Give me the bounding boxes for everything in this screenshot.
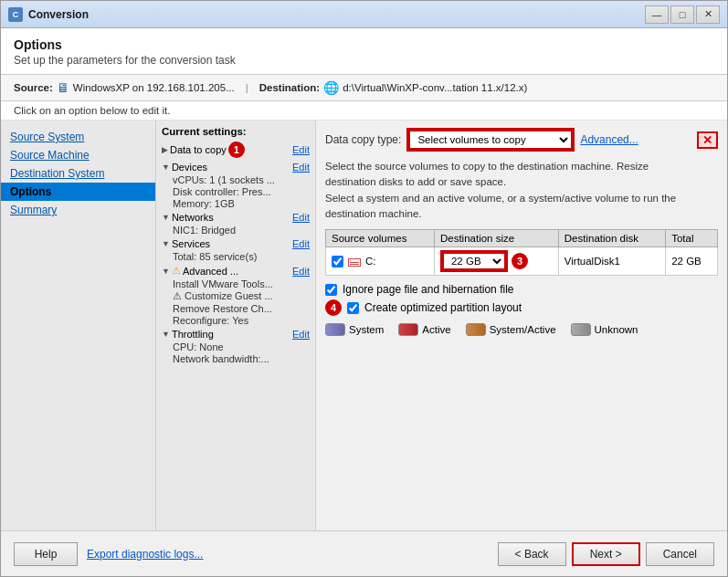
header-section: Options Set up the parameters for the co… bbox=[1, 28, 727, 75]
networks-arrow: ▼ bbox=[162, 213, 170, 222]
back-button[interactable]: < Back bbox=[498, 542, 566, 566]
cs-devices-header: ▼ Devices Edit bbox=[160, 161, 311, 173]
sidebar-item-destination-system[interactable]: Destination System bbox=[1, 164, 155, 183]
window-controls: — □ ✕ bbox=[645, 5, 720, 24]
current-settings-panel: Current settings: ▶ Data to copy 1 Edit bbox=[156, 121, 316, 530]
table-row: 🖴 C: 22 GB bbox=[326, 247, 718, 276]
main-content: Source System Source Machine Destination… bbox=[1, 121, 727, 530]
networks-edit-link[interactable]: Edit bbox=[292, 212, 310, 223]
advanced-reconfig: Reconfigure: Yes bbox=[173, 315, 311, 326]
advanced-customize: ⚠ Customize Guest ... bbox=[173, 290, 311, 302]
current-settings-title: Current settings: bbox=[160, 126, 311, 137]
footer-left: Help Export diagnostic logs... bbox=[14, 542, 498, 566]
col-dest-size: Destination size bbox=[434, 230, 558, 247]
advanced-warning-icon: ⚠ bbox=[172, 265, 181, 277]
legend-sysactive-icon bbox=[466, 323, 486, 336]
cs-throttling-header: ▼ Throttling Edit bbox=[160, 328, 311, 341]
footer: Help Export diagnostic logs... < Back Ne… bbox=[1, 530, 727, 576]
throttling-cpu: CPU: None bbox=[173, 341, 311, 352]
ignore-page-file-row: Ignore page file and hibernation file bbox=[325, 283, 718, 296]
footer-right: < Back Next > Cancel bbox=[498, 542, 714, 566]
create-partition-row: 4 Create optimized partition layout bbox=[325, 299, 718, 316]
dest-label: Destination: bbox=[259, 82, 320, 93]
devices-edit-link[interactable]: Edit bbox=[292, 162, 310, 173]
devices-arrow: ▼ bbox=[162, 163, 170, 172]
devices-vcpu: vCPUs: 1 (1 sockets ... bbox=[173, 174, 311, 185]
advanced-link[interactable]: Advanced... bbox=[580, 133, 638, 146]
sidebar-item-options[interactable]: Options bbox=[1, 183, 155, 201]
dest-size-number: 3 bbox=[512, 253, 528, 269]
maximize-button[interactable]: □ bbox=[670, 5, 694, 24]
cs-section-networks: ▼ Networks Edit NIC1: Bridged bbox=[160, 211, 311, 236]
data-copy-panel: Data copy type: Select volumes to copy A… bbox=[316, 121, 727, 530]
ignore-page-file-checkbox[interactable] bbox=[325, 284, 337, 296]
networks-body: NIC1: Bridged bbox=[160, 225, 311, 236]
dest-icon: 🌐 bbox=[323, 80, 339, 95]
cs-section-advanced: ▼ ⚠ Advanced ... Edit Install VMware Too… bbox=[160, 264, 311, 326]
sidebar-item-source-machine[interactable]: Source Machine bbox=[1, 146, 155, 164]
advanced-vmware: Install VMware Tools... bbox=[173, 278, 311, 289]
cancel-button[interactable]: Cancel bbox=[646, 542, 714, 566]
sidebar-item-source-system[interactable]: Source System bbox=[1, 128, 155, 146]
data-copy-edit-link[interactable]: Edit bbox=[292, 144, 310, 155]
legend-system: System bbox=[325, 323, 384, 336]
data-copy-label: Data to copy bbox=[170, 144, 227, 155]
sidebar-item-summary[interactable]: Summary bbox=[1, 201, 155, 219]
services-label: Services bbox=[172, 238, 210, 249]
app-icon: C bbox=[8, 7, 23, 22]
data-copy-type-label: Data copy type: bbox=[325, 133, 401, 146]
source-icon: 🖥 bbox=[57, 80, 69, 95]
advanced-edit-link[interactable]: Edit bbox=[292, 266, 310, 277]
cs-section-services: ▼ Services Edit Total: 85 service(s) bbox=[160, 237, 311, 262]
networks-nic1: NIC1: Bridged bbox=[173, 225, 311, 236]
cs-advanced-header: ▼ ⚠ Advanced ... Edit bbox=[160, 264, 311, 278]
ignore-page-file-label: Ignore page file and hibernation file bbox=[343, 283, 513, 296]
throttling-body: CPU: None Network bandwidth:... bbox=[160, 341, 311, 364]
devices-memory: Memory: 1GB bbox=[173, 198, 311, 209]
cs-services-header: ▼ Services Edit bbox=[160, 237, 311, 250]
advanced-body: Install VMware Tools... ⚠ Customize Gues… bbox=[160, 278, 311, 326]
help-button[interactable]: Help bbox=[14, 542, 78, 566]
close-button[interactable]: ✕ bbox=[696, 5, 720, 24]
vol-checkbox[interactable] bbox=[332, 256, 343, 268]
throttling-label: Throttling bbox=[172, 329, 214, 340]
source-label: Source: bbox=[14, 82, 53, 93]
throttling-edit-link[interactable]: Edit bbox=[292, 329, 310, 340]
page-title: Options bbox=[14, 37, 714, 52]
advanced-restore: Remove Restore Ch... bbox=[173, 303, 311, 314]
size-dropdown[interactable]: 22 GB bbox=[442, 252, 506, 270]
next-button[interactable]: Next > bbox=[572, 542, 640, 566]
devices-label: Devices bbox=[172, 162, 207, 173]
export-logs-link[interactable]: Export diagnostic logs... bbox=[87, 548, 203, 561]
legend-sysactive-label: System/Active bbox=[490, 324, 556, 335]
vol-source: 🖴 C: bbox=[326, 247, 435, 276]
legend-active: Active bbox=[398, 323, 450, 336]
col-source-volumes: Source volumes bbox=[326, 230, 435, 247]
legend-active-icon bbox=[398, 323, 418, 336]
minimize-button[interactable]: — bbox=[645, 5, 669, 24]
sidebar: Source System Source Machine Destination… bbox=[1, 121, 156, 530]
services-total: Total: 85 service(s) bbox=[173, 251, 311, 262]
data-copy-type-select[interactable]: Select volumes to copy bbox=[408, 130, 573, 150]
legend-unknown-icon bbox=[571, 323, 591, 336]
throttling-arrow: ▼ bbox=[162, 330, 170, 339]
instruction-text: Click on an option below to edit it. bbox=[14, 105, 170, 116]
legend-system-label: System bbox=[349, 324, 384, 335]
legend-unknown-label: Unknown bbox=[595, 324, 638, 335]
throttling-network: Network bandwidth:... bbox=[173, 353, 311, 364]
legend-unknown: Unknown bbox=[571, 323, 638, 336]
close-x-button[interactable]: ✕ bbox=[697, 131, 718, 149]
instruction-bar: Click on an option below to edit it. bbox=[1, 101, 727, 121]
page-subtitle: Set up the parameters for the conversion… bbox=[14, 54, 714, 67]
checkboxes-area: Ignore page file and hibernation file 4 … bbox=[325, 283, 718, 316]
cs-section-throttling: ▼ Throttling Edit CPU: None Network band… bbox=[160, 328, 311, 364]
main-window: C Conversion — □ ✕ Options Set up the pa… bbox=[0, 0, 728, 577]
partition-number: 4 bbox=[325, 299, 342, 316]
col-total: Total bbox=[666, 230, 718, 247]
services-edit-link[interactable]: Edit bbox=[292, 238, 310, 249]
volumes-table: Source volumes Destination size Destinat… bbox=[325, 229, 718, 276]
vol-total: 22 GB bbox=[666, 247, 718, 276]
cs-section-devices: ▼ Devices Edit vCPUs: 1 (1 sockets ... D… bbox=[160, 161, 311, 209]
legend-sysactive: System/Active bbox=[466, 323, 556, 336]
create-partition-checkbox[interactable] bbox=[347, 302, 359, 314]
